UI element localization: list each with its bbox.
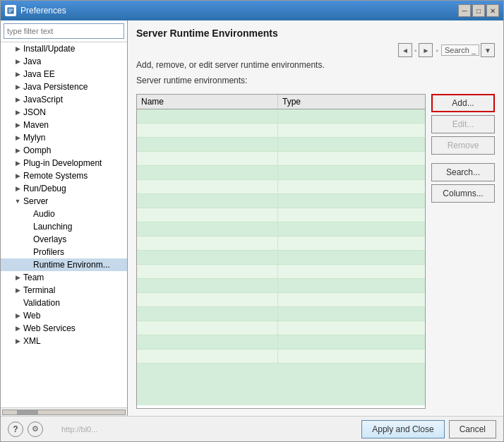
close-button[interactable]: ✕	[486, 4, 499, 17]
table-cell-name	[137, 265, 278, 278]
window-title: Preferences	[20, 6, 454, 16]
table-cell-name	[137, 279, 278, 292]
title-bar: Preferences ─ □ ✕	[1, 1, 503, 20]
help-button[interactable]: ?	[8, 422, 23, 437]
panel-header: Server Runtime Environments ◄ ▪ ► ▪ Sear…	[136, 28, 495, 88]
tree-item-install-update[interactable]: ▶ Install/Update	[1, 42, 127, 55]
add-button[interactable]: Add...	[431, 94, 495, 112]
table-cell-type	[278, 109, 425, 123]
tree-arrow: ▶	[13, 121, 22, 129]
tree-item-maven[interactable]: ▶ Maven	[1, 119, 127, 131]
maximize-button[interactable]: □	[472, 4, 485, 17]
table-cell-name	[137, 293, 278, 306]
apply-close-button[interactable]: Apply and Close	[361, 420, 444, 438]
minimize-button[interactable]: ─	[458, 4, 471, 17]
forward-button[interactable]: ►	[419, 43, 433, 57]
tree-container: ▶ Install/Update ▶ Java ▶ Java EE ▶ Java…	[1, 42, 127, 407]
table-cell-name	[137, 194, 278, 208]
tree-item-xml[interactable]: ▶ XML	[1, 335, 127, 347]
toolbar-dropdown-button[interactable]: ▼	[481, 43, 495, 57]
table-row[interactable]	[137, 208, 425, 222]
table-cell-name	[137, 321, 278, 335]
tree-item-json[interactable]: ▶ JSON	[1, 106, 127, 119]
table-cell-type	[278, 265, 425, 278]
tree-item-validation[interactable]: Validation	[1, 297, 127, 309]
tree-item-remote-systems[interactable]: ▶ Remote Systems	[1, 169, 127, 182]
table-row[interactable]	[137, 180, 425, 194]
table-row[interactable]	[137, 251, 425, 265]
tree-item-profilers[interactable]: Profilers	[1, 246, 127, 258]
tree-item-launching[interactable]: Launching	[1, 220, 127, 233]
tree-item-overlays[interactable]: Overlays	[1, 233, 127, 246]
table-header: Name Type	[137, 95, 425, 109]
content-area: ▶ Install/Update ▶ Java ▶ Java EE ▶ Java…	[1, 20, 503, 441]
tree-item-java-ee[interactable]: ▶ Java EE	[1, 68, 127, 80]
tree-item-terminal[interactable]: ▶ Terminal	[1, 284, 127, 297]
bottom-left: ? ⚙ http://bl0...	[8, 422, 97, 437]
sidebar-scrollbar[interactable]	[1, 407, 127, 416]
tree-item-mylyn[interactable]: ▶ Mylyn	[1, 131, 127, 144]
table-cell-type	[278, 152, 425, 165]
table-cell-name	[137, 180, 278, 193]
tree-item-plugin-development[interactable]: ▶ Plug-in Development	[1, 157, 127, 169]
tree-item-server[interactable]: ▼ Server	[1, 195, 127, 208]
table-row[interactable]	[137, 279, 425, 293]
filter-input[interactable]	[4, 23, 124, 39]
tree-item-java-persistence[interactable]: ▶ Java Persistence	[1, 80, 127, 93]
settings-button[interactable]: ⚙	[28, 422, 43, 437]
table-row[interactable]	[137, 222, 425, 237]
tree-item-web[interactable]: ▶ Web	[1, 309, 127, 322]
tree-item-web-services[interactable]: ▶ Web Services	[1, 322, 127, 335]
table-row[interactable]	[137, 335, 425, 350]
tree-item-javascript[interactable]: ▶ JavaScript	[1, 93, 127, 106]
bottom-right: Apply and Close Cancel	[361, 420, 496, 438]
tree-arrow	[13, 299, 22, 307]
cancel-button[interactable]: Cancel	[449, 420, 496, 438]
table-row[interactable]	[137, 166, 425, 180]
table-row[interactable]	[137, 152, 425, 166]
table-row[interactable]	[137, 237, 425, 251]
tree-arrow	[23, 261, 32, 269]
h-scrollbar-track[interactable]	[2, 410, 126, 415]
table-row[interactable]	[137, 293, 425, 307]
table-row[interactable]	[137, 307, 425, 321]
tree-item-java[interactable]: ▶ Java	[1, 55, 127, 68]
tree-label: Mylyn	[23, 133, 45, 143]
panel-subtitle: Server runtime environments:	[136, 76, 495, 85]
tree-label: Oomph	[23, 145, 51, 155]
table-cell-type	[278, 208, 425, 222]
table-cell-type	[278, 321, 425, 335]
tree-item-oomph[interactable]: ▶ Oomph	[1, 144, 127, 157]
tree-item-runtime-environments[interactable]: Runtime Environm...	[1, 258, 127, 271]
search-button[interactable]: Search...	[431, 163, 495, 181]
tree-arrow: ▶	[13, 83, 22, 91]
tree-label: Run/Debug	[23, 184, 66, 193]
table-cell-name	[137, 166, 278, 179]
sidebar: ▶ Install/Update ▶ Java ▶ Java EE ▶ Java…	[1, 20, 128, 416]
tree-item-audio[interactable]: Audio	[1, 208, 127, 220]
table-cell-type	[278, 293, 425, 306]
tree-item-run-debug[interactable]: ▶ Run/Debug	[1, 182, 127, 195]
window-controls: ─ □ ✕	[458, 4, 499, 17]
tree-label: Launching	[33, 222, 72, 232]
table-row[interactable]	[137, 124, 425, 138]
tree-item-team[interactable]: ▶ Team	[1, 271, 127, 284]
tree-label: Web	[23, 311, 40, 321]
search-label[interactable]: Search _	[441, 44, 479, 56]
remove-button[interactable]: Remove	[431, 136, 495, 155]
table-row[interactable]	[137, 265, 425, 279]
tree-arrow: ▶	[13, 108, 22, 117]
table-row[interactable]	[137, 194, 425, 208]
separator: ▪	[414, 47, 418, 54]
edit-button[interactable]: Edit...	[431, 115, 495, 133]
separator2: ▪	[434, 47, 440, 54]
table-cell-name	[137, 335, 278, 349]
table-row[interactable]	[137, 109, 425, 124]
table-row[interactable]	[137, 321, 425, 335]
back-button[interactable]: ◄	[398, 43, 412, 57]
h-scrollbar-thumb[interactable]	[17, 410, 38, 414]
table-row[interactable]	[137, 138, 425, 152]
table-cell-type	[278, 138, 425, 151]
columns-button[interactable]: Columns...	[431, 184, 495, 203]
table-row[interactable]	[137, 350, 425, 364]
